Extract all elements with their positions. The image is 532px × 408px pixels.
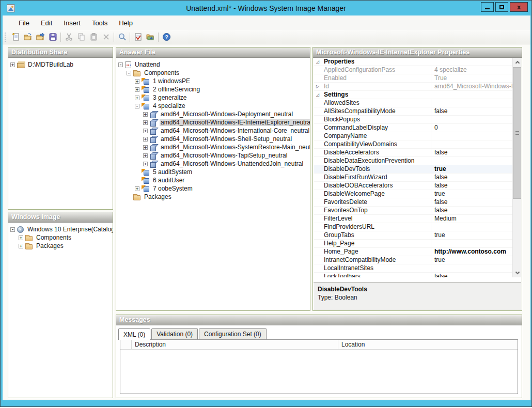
property-row[interactable]: ▷Idamd64_Microsoft-Windows-IE-InternetEx [314, 83, 512, 91]
property-row[interactable]: IntranetCompatibilityModetrue [314, 256, 512, 264]
property-value[interactable]: true [431, 231, 512, 239]
property-value[interactable]: false [431, 107, 512, 115]
expand-icon[interactable]: + [19, 236, 23, 240]
property-value[interactable]: false [431, 149, 512, 156]
property-row[interactable]: FavoritesDeletefalse [314, 198, 512, 207]
expand-icon[interactable]: + [143, 129, 148, 133]
property-row[interactable]: CommandLabelDisplay0 [314, 124, 512, 132]
property-row[interactable]: DisableWelcomePagetrue [314, 190, 512, 198]
expand-icon[interactable]: + [143, 120, 148, 125]
collapse-icon[interactable]: - [118, 62, 123, 67]
menu-file[interactable]: File [14, 17, 34, 29]
property-row[interactable]: DisableDevToolstrue [314, 165, 512, 174]
expand-icon[interactable]: + [135, 96, 139, 100]
answer-file-item[interactable]: -Components [118, 69, 309, 77]
messages-column-location[interactable]: Location [338, 340, 518, 349]
expand-icon[interactable]: + [135, 186, 139, 191]
answer-file-item[interactable]: +3 generalize [118, 93, 309, 102]
expand-icon[interactable]: + [143, 137, 148, 142]
property-row[interactable]: Home_Pagehttp://www.contoso.com [314, 248, 512, 256]
menu-help[interactable]: Help [114, 17, 137, 29]
property-row[interactable]: EnabledTrue [314, 74, 512, 83]
property-value[interactable]: amd64_Microsoft-Windows-IE-InternetEx [431, 83, 512, 90]
distribution-share-item[interactable]: +D:\MDTBuildLab [10, 60, 112, 69]
create-configuration-set-button[interactable] [144, 31, 157, 43]
property-category[interactable]: ◿Properties [314, 58, 512, 66]
property-row[interactable]: DisableOOBAcceleratorsfalse [314, 182, 512, 190]
property-row[interactable]: CompatibilityViewDomains [314, 140, 512, 149]
collapse-icon[interactable]: - [127, 71, 131, 75]
expand-icon[interactable]: + [19, 244, 23, 248]
open-answer-file-button[interactable] [22, 31, 34, 43]
property-row[interactable]: CompanyName [314, 132, 512, 140]
maximize-button[interactable] [495, 2, 508, 12]
collapse-icon[interactable]: - [135, 104, 139, 108]
windows-image-item[interactable]: +Packages [10, 242, 112, 250]
property-row[interactable]: BlockPopups [314, 116, 512, 124]
close-button[interactable]: x [510, 2, 528, 12]
expand-icon[interactable]: + [10, 62, 15, 67]
answer-file-item[interactable]: +amd64_Microsoft-Windows-International-C… [118, 127, 309, 135]
property-value[interactable]: True [431, 74, 512, 82]
expand-icon[interactable]: + [135, 79, 139, 84]
category-expanded-icon[interactable]: ◿ [314, 91, 322, 99]
property-row[interactable]: LockToolbarsfalse [314, 273, 512, 277]
property-grid-scrollbar[interactable] [512, 58, 521, 277]
validate-answer-file-button[interactable] [132, 31, 144, 43]
property-value[interactable]: true [431, 190, 512, 198]
property-row[interactable]: AllSitesCompatibilityModefalse [314, 107, 512, 116]
toolbar-grip[interactable] [5, 33, 7, 42]
property-value[interactable]: 4 specialize [431, 66, 512, 74]
answer-file-item[interactable]: -4 specialize [118, 102, 309, 110]
property-value[interactable]: true [431, 165, 512, 173]
property-value[interactable]: false [431, 207, 512, 214]
property-category[interactable]: ◿Settings [314, 91, 512, 99]
tab-validation[interactable]: Validation (0) [151, 328, 198, 339]
property-value[interactable]: http://www.contoso.com [431, 248, 512, 256]
messages-column-description[interactable]: Description [132, 340, 338, 349]
property-row[interactable]: LocalIntranetSites [314, 264, 512, 273]
property-row[interactable]: DisableDataExecutionPrevention [314, 157, 512, 165]
property-row[interactable]: FilterLevelMedium [314, 215, 512, 223]
expand-icon[interactable]: + [143, 162, 148, 166]
new-answer-file-button[interactable] [9, 31, 22, 43]
scrollbar-thumb[interactable] [513, 67, 521, 199]
category-expanded-icon[interactable]: ◿ [314, 58, 322, 66]
property-value[interactable]: false [431, 182, 512, 190]
expand-icon[interactable]: + [143, 153, 148, 158]
property-row[interactable]: Help_Page [314, 240, 512, 248]
property-value[interactable]: true [431, 256, 512, 264]
answer-file-item[interactable]: +7 oobeSystem [118, 184, 309, 193]
property-row[interactable]: DisableFirstRunWizardfalse [314, 174, 512, 182]
answer-file-item[interactable]: +1 windowsPE [118, 77, 309, 85]
expand-icon[interactable]: + [135, 87, 139, 92]
menu-tools[interactable]: Tools [87, 17, 112, 29]
tab-xml[interactable]: XML (0) [118, 328, 150, 340]
expand-icon[interactable]: + [143, 112, 148, 117]
help-button[interactable]: ? [160, 31, 173, 43]
find-button[interactable] [116, 31, 128, 43]
open-distribution-share-button[interactable] [34, 31, 46, 43]
answer-file-item[interactable]: +2 offlineServicing [118, 85, 309, 93]
answer-file-item[interactable]: -Unattend [118, 60, 309, 69]
answer-file-item[interactable]: 6 auditUser [118, 176, 309, 184]
answer-file-item[interactable]: +amd64_Microsoft-Windows-UnattendedJoin_… [118, 160, 309, 168]
answer-file-item[interactable]: +amd64_Microsoft-Windows-Shell-Setup_neu… [118, 135, 309, 143]
property-row[interactable]: FindProvidersURL [314, 223, 512, 231]
property-row[interactable]: GroupTabstrue [314, 231, 512, 240]
property-row[interactable]: FavoritesOnTopfalse [314, 207, 512, 215]
property-value[interactable]: 0 [431, 124, 512, 132]
answer-file-item[interactable]: +amd64_Microsoft-Windows-Deployment_neut… [118, 110, 309, 118]
collapse-icon[interactable]: - [10, 227, 15, 232]
title-bar[interactable]: Unattend.xml* - Windows System Image Man… [1, 1, 531, 15]
windows-image-item[interactable]: -Windows 10 Enterprise(Catalog) [10, 225, 112, 233]
answer-file-item[interactable]: +amd64_Microsoft-Windows-IE-InternetExpl… [118, 118, 309, 127]
expand-icon[interactable]: + [143, 145, 148, 150]
minimize-button[interactable] [481, 2, 494, 12]
menu-insert[interactable]: Insert [59, 17, 85, 29]
property-value[interactable]: false [431, 174, 512, 181]
menu-edit[interactable]: Edit [36, 17, 57, 29]
property-value[interactable]: false [431, 198, 512, 206]
save-answer-file-button[interactable] [46, 31, 59, 43]
answer-file-item[interactable]: +amd64_Microsoft-Windows-SystemRestore-M… [118, 143, 309, 151]
